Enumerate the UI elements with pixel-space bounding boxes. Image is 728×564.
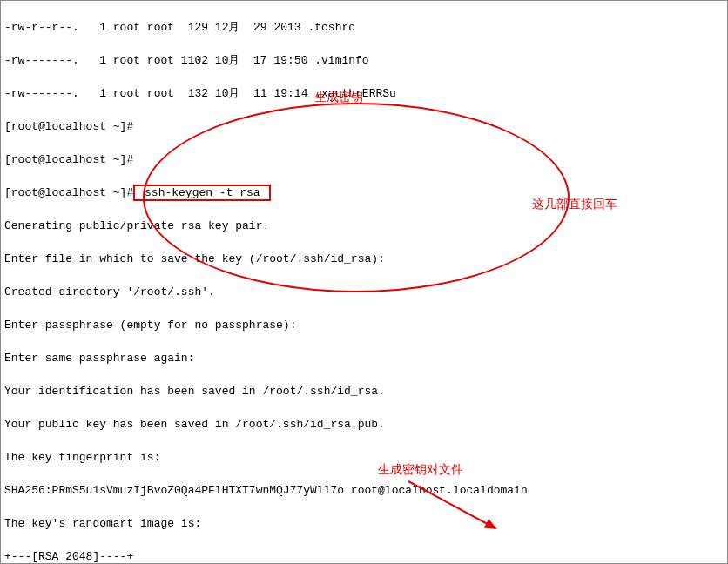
output-line: Created directory '/root/.ssh'.: [4, 284, 724, 300]
annotation-press-enter: 这几部直接回车: [532, 196, 617, 212]
output-line: Your identification has been saved in /r…: [4, 383, 724, 400]
output-line: Enter same passphrase again:: [4, 350, 724, 366]
output-line: Enter passphrase (empty for no passphras…: [4, 317, 724, 333]
output-line: SHA256:PRmS5u1sVmuzIjBvoZ0Qa4PFlHTXT7wnM…: [4, 482, 724, 499]
output-line: The key fingerprint is:: [4, 449, 724, 466]
annotation-key-files: 生成密钥对文件: [378, 461, 463, 478]
output-line: Your public key has been saved in /root/…: [4, 416, 724, 433]
annotation-generate-key: 生成密钥: [314, 89, 363, 105]
ssh-keygen-command-highlight: ssh-keygen -t rsa: [133, 185, 271, 201]
terminal: -rw-r--r--. 1 root root 129 12月 29 2013 …: [4, 3, 724, 564]
output-line: Enter file in which to save the key (/ro…: [4, 251, 724, 267]
file-listing-line: -rw-------. 1 root root 132 10月 11 19:14…: [4, 85, 724, 102]
output-line: The key's randomart image is:: [4, 515, 724, 532]
file-listing-line: -rw-r--r--. 1 root root 129 12月 29 2013 …: [4, 19, 724, 36]
file-listing-line: -rw-------. 1 root root 1102 10月 17 19:5…: [4, 52, 724, 69]
output-line: Generating public/private rsa key pair.: [4, 218, 724, 234]
prompt-empty: [root@localhost ~]#: [4, 151, 724, 168]
randomart-line: +---[RSA 2048]----+: [4, 548, 724, 564]
prompt-empty: [root@localhost ~]#: [4, 118, 724, 135]
